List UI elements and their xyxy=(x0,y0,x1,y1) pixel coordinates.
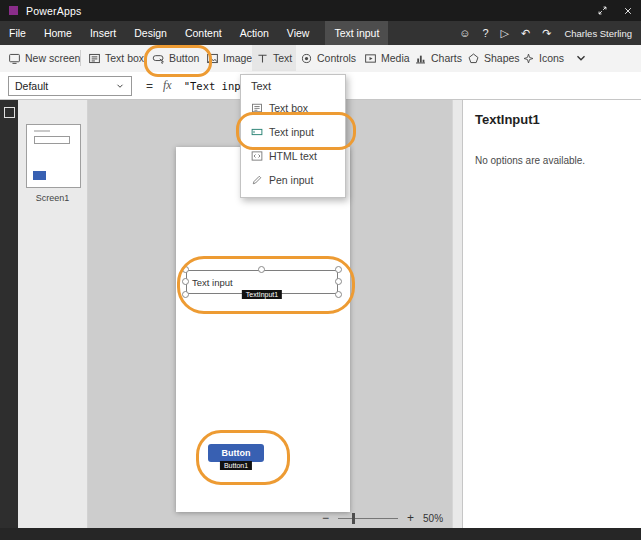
selection-handle[interactable] xyxy=(258,266,265,273)
ribbon-item-label: Charts xyxy=(431,52,462,64)
controls-icon xyxy=(300,52,313,65)
shapes-icon xyxy=(467,52,480,65)
user-name[interactable]: Charles Sterling xyxy=(557,28,641,39)
ribbon-charts-button[interactable]: Charts xyxy=(414,45,462,71)
screens-panel: Screen1 xyxy=(18,100,88,528)
feedback-icon[interactable]: ☺ xyxy=(453,27,476,39)
screens-panel-icon[interactable] xyxy=(4,107,15,118)
text-menu-header: Text xyxy=(241,75,345,96)
ribbon-controls-button[interactable]: Controls xyxy=(300,45,356,71)
image-icon xyxy=(206,52,219,65)
menu-tab-file[interactable]: File xyxy=(0,21,35,45)
fullscreen-icon[interactable] xyxy=(589,0,615,21)
property-dropdown-value: Default xyxy=(15,80,48,92)
options-panel-title: TextInput1 xyxy=(475,112,641,127)
menu-tab-design[interactable]: Design xyxy=(125,21,176,45)
selection-handle[interactable] xyxy=(335,266,342,273)
options-panel: TextInput1 No options are available. xyxy=(462,100,641,528)
property-dropdown[interactable]: Default xyxy=(8,76,132,96)
zoom-level-label: 50% xyxy=(423,513,443,524)
ribbon-overflow-button[interactable] xyxy=(574,45,588,71)
fx-label: fx xyxy=(163,78,172,93)
menu-tab-home[interactable]: Home xyxy=(35,21,81,45)
ribbon-icons-button[interactable]: Icons xyxy=(522,45,564,71)
app-title: PowerApps xyxy=(26,5,82,17)
text-input-icon xyxy=(251,126,263,138)
insert-ribbon: New screen Text box Button Image Text Co… xyxy=(0,45,641,73)
selection-handle[interactable] xyxy=(182,278,189,285)
ribbon-media-button[interactable]: Media xyxy=(364,45,410,71)
ribbon-item-label: Icons xyxy=(539,52,564,64)
ribbon-item-label: Text xyxy=(273,52,292,64)
menu-item-label: Pen input xyxy=(269,174,313,186)
ribbon-shapes-button[interactable]: Shapes xyxy=(467,45,520,71)
selection-handle[interactable] xyxy=(182,266,189,273)
menu-tab-view[interactable]: View xyxy=(278,21,319,45)
window-controls xyxy=(589,0,641,21)
undo-icon[interactable]: ↶ xyxy=(515,27,536,40)
ribbon-item-label: Text box xyxy=(105,52,144,64)
redo-icon[interactable]: ↷ xyxy=(536,27,557,40)
new-screen-icon xyxy=(8,52,21,65)
text-input-name-tag: TextInput1 xyxy=(242,290,282,299)
button-control[interactable]: Button Button1 xyxy=(208,444,264,462)
menu-item-label: Text input xyxy=(269,126,314,138)
ribbon-item-label: Controls xyxy=(317,52,356,64)
ribbon-image-button[interactable]: Image xyxy=(206,45,252,71)
titlebar: PowerApps xyxy=(0,0,641,21)
ribbon-item-label: Media xyxy=(381,52,410,64)
menu-item-text-input[interactable]: Text input xyxy=(241,120,345,144)
thumbnail-mini-text xyxy=(34,130,50,132)
zoom-in-button[interactable]: + xyxy=(407,512,414,524)
options-panel-message: No options are available. xyxy=(475,155,641,166)
left-rail xyxy=(0,100,18,528)
play-preview-icon[interactable]: ▷ xyxy=(495,27,515,40)
screen1-label: Screen1 xyxy=(18,193,87,203)
thumbnail-mini-button xyxy=(33,171,46,180)
ribbon-text-button[interactable]: Text xyxy=(252,45,296,71)
text-input-value: Text input xyxy=(192,277,233,288)
selection-handle[interactable] xyxy=(335,291,342,298)
menu-tab-insert[interactable]: Insert xyxy=(81,21,125,45)
zoom-control: − + 50% xyxy=(322,510,443,526)
ribbon-text-box-button[interactable]: Text box xyxy=(88,45,144,71)
menu-item-text-box[interactable]: Text box xyxy=(241,96,345,120)
status-bar xyxy=(0,528,641,540)
help-icon[interactable]: ? xyxy=(476,27,494,39)
button-name-tag: Button1 xyxy=(220,461,252,470)
ribbon-item-label: Shapes xyxy=(484,52,520,64)
close-icon[interactable] xyxy=(615,0,641,21)
text-icon xyxy=(256,52,269,65)
icons-icon xyxy=(522,52,535,65)
ribbon-new-screen-button[interactable]: New screen xyxy=(8,45,80,71)
selection-handle[interactable] xyxy=(335,278,342,285)
chevron-down-icon xyxy=(574,51,588,65)
text-input-control[interactable]: Text input TextInput1 xyxy=(186,270,338,294)
menu-tab-content[interactable]: Content xyxy=(176,21,231,45)
ribbon-item-label: Button xyxy=(169,52,199,64)
equals-sign: = xyxy=(146,79,153,93)
menu-item-html-text[interactable]: HTML text xyxy=(241,144,345,168)
ribbon-item-label: New screen xyxy=(25,52,80,64)
screen1-thumbnail[interactable] xyxy=(26,124,81,188)
ribbon-button-button[interactable]: Button xyxy=(152,45,199,71)
menu-tab-action[interactable]: Action xyxy=(231,21,278,45)
zoom-slider[interactable] xyxy=(338,518,398,519)
ribbon-separator xyxy=(80,50,81,66)
canvas-button[interactable]: Button xyxy=(208,444,264,462)
selection-handle[interactable] xyxy=(182,291,189,298)
menubar: File Home Insert Design Content Action V… xyxy=(0,21,641,45)
canvas-scrollbar[interactable] xyxy=(452,100,462,528)
menu-item-pen-input[interactable]: Pen input xyxy=(241,168,345,192)
zoom-out-button[interactable]: − xyxy=(322,512,329,524)
canvas-button-label: Button xyxy=(222,448,251,458)
thumbnail-mini-text-input xyxy=(34,136,70,144)
app-logo-icon xyxy=(9,6,18,15)
menubar-right: ☺ ? ▷ ↶ ↷ Charles Sterling xyxy=(453,21,641,45)
text-dropdown-menu: Text Text box Text input HTML text Pen i… xyxy=(240,74,346,198)
media-icon xyxy=(364,52,377,65)
zoom-slider-handle[interactable] xyxy=(352,513,355,524)
menu-tab-text-input-contextual[interactable]: Text input xyxy=(325,21,388,45)
ribbon-item-label: Image xyxy=(223,52,252,64)
menu-item-label: HTML text xyxy=(269,150,317,162)
